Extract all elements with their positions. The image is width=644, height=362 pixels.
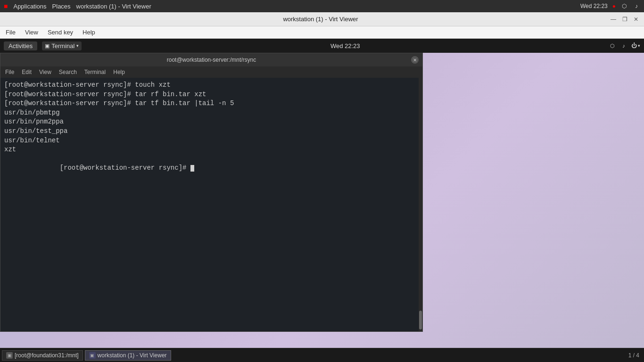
terminal-scrollbar-thumb <box>419 311 422 329</box>
terminal-scrollbar[interactable] <box>419 78 422 331</box>
taskbar-virt-label: workstation (1) - Virt Viewer <box>98 352 167 359</box>
term-line-4: usr/bin/pbmtpg <box>4 108 411 118</box>
terminal-menu-view[interactable]: View <box>36 68 54 76</box>
virt-title-text: workstation (1) - Virt Viewer <box>32 16 609 23</box>
term-line-1: [root@workstation-server rsync]# touch x… <box>4 81 411 90</box>
virt-menu-file[interactable]: File <box>2 28 19 37</box>
terminal-menubar: File Edit View Search Terminal Help <box>0 66 422 78</box>
host-topbar: ■ Applications Places workstation (1) - … <box>0 0 644 12</box>
terminal-menu-search[interactable]: Search <box>56 68 80 76</box>
power-icon: ⏻ <box>631 42 637 49</box>
terminal-cursor <box>190 165 194 172</box>
virt-menu-sendkey[interactable]: Send key <box>44 28 77 37</box>
term-line-8: xzt <box>4 145 411 155</box>
guest-datetime: Wed 22:23 <box>330 42 360 49</box>
places-menu[interactable]: Places <box>52 3 71 10</box>
close-button[interactable]: ✕ <box>632 15 640 24</box>
terminal-menu-terminal[interactable]: Terminal <box>82 68 108 76</box>
term-line-3: [root@workstation-server rsync]# tar tf … <box>4 99 411 108</box>
taskbar-terminal-label: [root@foundation31:/mnt] <box>15 352 79 359</box>
recording-indicator: ● <box>612 3 616 9</box>
term-line-5: usr/bin/pnm2ppa <box>4 117 411 127</box>
terminal-content[interactable]: [root@workstation-server rsync]# touch x… <box>0 78 419 331</box>
network-icon: ⬡ <box>620 2 628 10</box>
terminal-dropdown-icon: ▾ <box>76 43 79 48</box>
guest-activities-button[interactable]: Activities <box>4 41 37 50</box>
taskbar-item-virt-viewer[interactable]: ▣ workstation (1) - Virt Viewer <box>85 350 171 361</box>
host-topbar-left: ■ Applications Places workstation (1) - … <box>4 2 151 10</box>
term-line-2: [root@workstation-server rsync]# tar rf … <box>4 90 411 99</box>
power-dropdown-icon: ▾ <box>638 43 640 48</box>
terminal-menu-file[interactable]: File <box>2 68 17 76</box>
terminal-title-bar: root@workstation-server:/mnt/rsync ✕ <box>0 53 422 66</box>
term-line-9: [root@workstation-server rsync]# <box>4 155 411 182</box>
vm-desktop: 西部开源 root@workstation-server:/mnt/rsync … <box>0 53 644 362</box>
minimize-button[interactable]: — <box>609 15 618 24</box>
guest-terminal-button[interactable]: ▣ Terminal ▾ <box>42 41 82 50</box>
datetime-display: Wed 22:23 <box>580 3 608 9</box>
taskbar-page-indicator: 1 / 4 <box>628 352 642 359</box>
term-line-7: usr/bin/telnet <box>4 136 411 146</box>
guest-topbar-right: ⬡ ♪ ⏻ ▾ <box>609 42 640 49</box>
virt-title-controls: — ❐ ✕ <box>609 15 640 24</box>
terminal-icon: ▣ <box>45 43 50 49</box>
volume-icon: ♪ <box>633 2 640 10</box>
terminal-label: Terminal <box>51 42 74 49</box>
guest-volume-icon: ♪ <box>620 42 627 49</box>
guest-topbar-left: Activities ▣ Terminal ▾ <box>4 41 82 50</box>
guest-topbar: Activities ▣ Terminal ▾ Wed 22:23 ⬡ ♪ ⏻ … <box>0 39 644 53</box>
terminal-close-button[interactable]: ✕ <box>411 56 419 64</box>
guest-power-button[interactable]: ⏻ ▾ <box>631 42 640 49</box>
redhat-icon: ■ <box>4 2 8 10</box>
term-line-6: usr/bin/test_ppa <box>4 127 411 136</box>
taskbar-virt-icon: ▣ <box>89 352 96 359</box>
virt-title-bar: workstation (1) - Virt Viewer — ❐ ✕ <box>0 12 644 26</box>
window-title-topbar: workstation (1) - Virt Viewer <box>76 3 151 10</box>
taskbar-terminal-icon: ▣ <box>6 352 13 359</box>
terminal-title-text: root@workstation-server:/mnt/rsync <box>12 57 411 63</box>
virt-menu-view[interactable]: View <box>21 28 42 37</box>
applications-menu[interactable]: Applications <box>13 3 46 10</box>
virt-menubar: File View Send key Help <box>0 26 644 39</box>
host-taskbar: ▣ [root@foundation31:/mnt] ▣ workstation… <box>0 348 644 362</box>
virt-viewer-window: workstation (1) - Virt Viewer — ❐ ✕ File… <box>0 12 644 362</box>
terminal-menu-edit[interactable]: Edit <box>19 68 34 76</box>
guest-network-icon: ⬡ <box>609 42 616 49</box>
terminal-menu-help[interactable]: Help <box>110 68 128 76</box>
taskbar-item-terminal[interactable]: ▣ [root@foundation31:/mnt] <box>2 350 83 361</box>
maximize-button[interactable]: ❐ <box>620 15 629 24</box>
virt-menu-help[interactable]: Help <box>79 28 99 37</box>
host-topbar-right: Wed 22:23 ● ⬡ ♪ <box>580 2 640 10</box>
vm-content: Activities ▣ Terminal ▾ Wed 22:23 ⬡ ♪ ⏻ … <box>0 39 644 362</box>
terminal-window: root@workstation-server:/mnt/rsync ✕ Fil… <box>0 53 423 332</box>
